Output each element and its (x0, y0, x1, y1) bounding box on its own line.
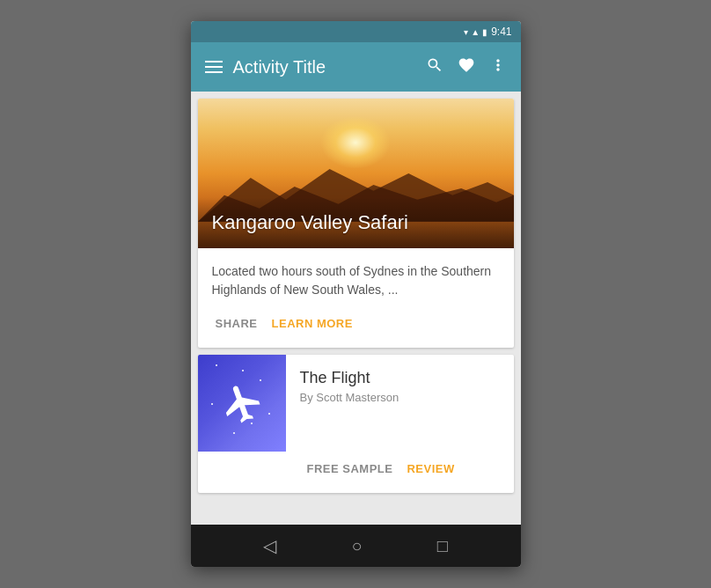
safari-card-body: Located two hours south of Sydnes in the… (198, 248, 514, 348)
flight-card-subtitle: By Scott Masterson (300, 391, 500, 404)
safari-card-actions: SHARE LEARN MORE (212, 306, 500, 334)
app-bar: Activity Title (191, 42, 521, 92)
app-bar-actions (426, 56, 507, 78)
safari-card-overlay: Kangaroo Valley Safari (198, 197, 514, 248)
free-sample-button[interactable]: FREE SAMPLE (304, 459, 397, 479)
battery-icon: ▮ (482, 27, 487, 37)
safari-card-title: Kangaroo Valley Safari (212, 211, 408, 233)
home-button[interactable]: ○ (351, 536, 362, 556)
status-bar: ▾ ▲ ▮ 9:41 (191, 21, 521, 42)
favorite-icon[interactable] (458, 56, 475, 78)
share-button[interactable]: SHARE (212, 313, 261, 334)
search-icon[interactable] (426, 56, 443, 78)
back-button[interactable]: ◁ (263, 535, 276, 556)
menu-icon[interactable] (205, 61, 223, 73)
phone-frame: ▾ ▲ ▮ 9:41 Activity Title (191, 21, 521, 567)
wifi-icon: ▾ (464, 27, 468, 37)
review-button[interactable]: REVIEW (403, 459, 458, 479)
safari-card-description: Located two hours south of Sydnes in the… (212, 262, 500, 299)
flight-card-actions: FREE SAMPLE REVIEW (198, 452, 514, 493)
nav-bar: ◁ ○ □ (191, 525, 521, 567)
more-icon[interactable] (489, 56, 507, 78)
safari-card-hero: Kangaroo Valley Safari (198, 99, 514, 248)
flight-card-info: The Flight By Scott Masterson (286, 355, 514, 452)
learn-more-button[interactable]: LEARN MORE (268, 313, 356, 334)
recents-button[interactable]: □ (437, 536, 448, 556)
signal-icon: ▲ (471, 27, 480, 37)
app-title: Activity Title (233, 57, 415, 77)
content-area: Kangaroo Valley Safari Located two hours… (191, 92, 521, 525)
flight-card-title: The Flight (300, 369, 500, 387)
status-time: 9:41 (491, 26, 511, 38)
flight-card-top: The Flight By Scott Masterson (198, 355, 514, 452)
status-icons: ▾ ▲ ▮ (464, 27, 487, 37)
safari-card: Kangaroo Valley Safari Located two hours… (198, 99, 514, 348)
flight-card: The Flight By Scott Masterson FREE SAMPL… (198, 355, 514, 493)
flight-thumbnail (198, 355, 286, 452)
